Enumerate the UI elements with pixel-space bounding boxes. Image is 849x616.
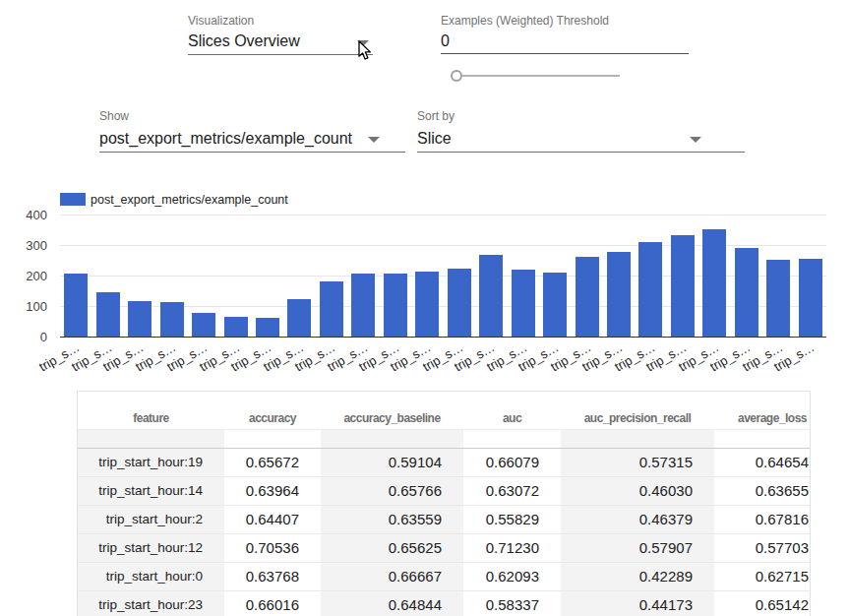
chevron-down-icon <box>368 137 380 143</box>
cell-feature: trip_start_hour:0 <box>78 562 224 590</box>
cell-accuracy_baseline: 0.66667 <box>321 562 463 590</box>
filter-cell <box>714 429 811 448</box>
table-row[interactable]: trip_start_hour:120.705360.656250.712300… <box>78 533 811 562</box>
cell-average_loss: 0.62715 <box>714 562 811 590</box>
column-header-accuracy_baseline[interactable]: accuracy_baseline <box>321 392 463 429</box>
legend-swatch <box>60 193 86 206</box>
bar[interactable] <box>766 260 790 337</box>
y-axis-tick-label: 200 <box>8 268 47 282</box>
bar[interactable] <box>638 242 662 337</box>
cell-auc_precision_recall: 0.57907 <box>561 533 714 562</box>
sort-by-underline <box>417 152 745 153</box>
cell-average_loss: 0.67816 <box>714 505 811 533</box>
slider-thumb[interactable] <box>451 70 462 82</box>
cell-auc: 0.55829 <box>463 505 561 533</box>
legend-label: post_export_metrics/example_count <box>91 193 288 207</box>
cell-accuracy: 0.66016 <box>224 590 321 616</box>
bar[interactable] <box>448 269 471 337</box>
cell-auc: 0.66079 <box>463 448 561 476</box>
cell-auc_precision_recall: 0.46030 <box>561 476 714 505</box>
y-axis-tick-label: 100 <box>8 298 47 313</box>
threshold-underline <box>441 53 689 54</box>
cell-accuracy: 0.63964 <box>224 476 321 505</box>
column-header-accuracy[interactable]: accuracy <box>224 392 321 429</box>
bar[interactable] <box>160 302 184 337</box>
cell-feature: trip_start_hour:14 <box>78 476 224 505</box>
slider-track[interactable] <box>462 75 620 77</box>
cell-average_loss: 0.63655 <box>714 476 811 505</box>
cell-auc_precision_recall: 0.57315 <box>561 448 714 476</box>
cell-accuracy_baseline: 0.65625 <box>321 533 463 562</box>
bar[interactable] <box>799 259 822 337</box>
table-row[interactable]: trip_start_hour:00.637680.666670.620930.… <box>78 562 811 590</box>
y-axis-tick-label: 300 <box>8 237 47 252</box>
filter-cell <box>463 429 561 448</box>
chevron-down-icon <box>690 137 701 143</box>
bar[interactable] <box>576 257 599 337</box>
show-label: Show <box>99 109 129 123</box>
bar[interactable] <box>287 299 311 337</box>
bar[interactable] <box>224 317 248 337</box>
bar[interactable] <box>512 270 535 337</box>
bar[interactable] <box>351 274 375 337</box>
bar[interactable] <box>192 313 215 337</box>
mouse-cursor-icon <box>358 40 372 61</box>
bar[interactable] <box>128 301 152 337</box>
y-axis-tick-label: 400 <box>8 207 47 221</box>
sort-by-value: Slice <box>417 130 452 148</box>
bar[interactable] <box>671 235 695 337</box>
cell-average_loss: 0.57703 <box>714 533 811 562</box>
cell-auc: 0.71230 <box>463 533 561 562</box>
cell-average_loss: 0.65142 <box>714 590 811 616</box>
cell-accuracy_baseline: 0.65766 <box>321 476 463 505</box>
cell-accuracy: 0.63768 <box>224 562 321 590</box>
table-row[interactable]: trip_start_hour:20.644070.635590.558290.… <box>78 505 811 533</box>
bar[interactable] <box>64 274 88 337</box>
visualization-value: Slices Overview <box>188 32 300 50</box>
bar[interactable] <box>320 281 343 337</box>
filter-cell <box>224 429 321 448</box>
show-underline <box>99 152 405 153</box>
bar[interactable] <box>96 292 120 337</box>
table-row[interactable]: trip_start_hour:140.639640.657660.630720… <box>78 476 811 505</box>
bar[interactable] <box>415 272 439 337</box>
cell-auc: 0.58337 <box>463 590 561 616</box>
slices-overview-bar-chart: post_export_metrics/example_count 010020… <box>0 187 849 389</box>
show-value: post_export_metrics/example_count <box>99 130 352 148</box>
cell-auc: 0.63072 <box>463 476 561 505</box>
bar[interactable] <box>702 229 726 337</box>
column-header-average_loss[interactable]: average_loss <box>714 392 811 429</box>
table-header-row: featureaccuracyaccuracy_baselineaucauc_p… <box>78 392 811 429</box>
cell-auc: 0.62093 <box>463 562 561 590</box>
bar[interactable] <box>607 252 631 337</box>
bar[interactable] <box>735 248 758 337</box>
column-header-auc_precision_recall[interactable]: auc_precision_recall <box>561 392 714 429</box>
metrics-table-card: featureaccuracyaccuracy_baselineaucauc_p… <box>77 391 811 616</box>
threshold-label: Examples (Weighted) Threshold <box>441 14 609 28</box>
gridline <box>60 215 826 216</box>
filter-cell <box>321 429 463 448</box>
bar[interactable] <box>256 318 279 337</box>
cell-accuracy: 0.70536 <box>224 533 321 562</box>
bar[interactable] <box>543 273 567 337</box>
cell-accuracy_baseline: 0.59104 <box>321 448 463 476</box>
table-filter-row <box>78 429 811 448</box>
table-row[interactable]: trip_start_hour:230.660160.648440.583370… <box>78 590 811 616</box>
cell-average_loss: 0.64654 <box>714 448 811 476</box>
cell-feature: trip_start_hour:12 <box>78 533 224 562</box>
metrics-table: featureaccuracyaccuracy_baselineaucauc_p… <box>78 392 811 616</box>
cell-auc_precision_recall: 0.42289 <box>561 562 714 590</box>
filter-cell <box>561 429 714 448</box>
column-header-auc[interactable]: auc <box>463 392 561 429</box>
cell-feature: trip_start_hour:2 <box>78 505 224 533</box>
cell-accuracy: 0.65672 <box>224 448 321 476</box>
bar[interactable] <box>384 274 407 336</box>
cell-auc_precision_recall: 0.46379 <box>561 505 714 533</box>
table-row[interactable]: trip_start_hour:190.656720.591040.660790… <box>78 448 811 476</box>
column-header-feature[interactable]: feature <box>78 392 224 429</box>
cell-auc_precision_recall: 0.44173 <box>561 590 714 616</box>
cell-feature: trip_start_hour:19 <box>78 448 224 476</box>
bar[interactable] <box>479 255 503 336</box>
cell-feature: trip_start_hour:23 <box>78 590 224 616</box>
cell-accuracy_baseline: 0.63559 <box>321 505 463 533</box>
